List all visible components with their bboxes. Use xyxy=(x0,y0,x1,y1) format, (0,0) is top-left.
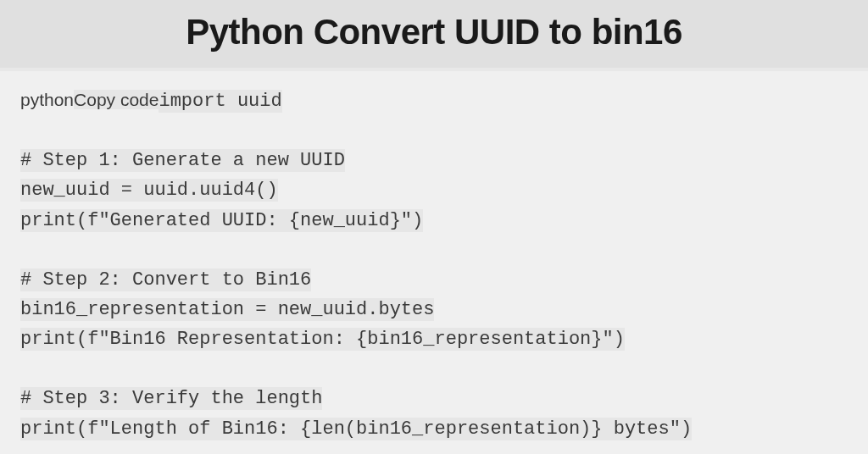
code-comment-3: # Step 3: Verify the length xyxy=(20,384,848,413)
blank-line xyxy=(20,235,848,265)
page-title: Python Convert UUID to bin16 xyxy=(0,12,868,53)
code-lang-label: python xyxy=(20,90,74,110)
code-comment-1: # Step 1: Generate a new UUID xyxy=(20,146,848,175)
code-comment-2: # Step 2: Convert to Bin16 xyxy=(20,265,848,295)
code-print-bin16: print(f"Bin16 Representation: {bin16_rep… xyxy=(20,324,848,354)
blank-line xyxy=(20,354,848,384)
code-import: import uuid xyxy=(159,86,281,116)
blank-line xyxy=(20,116,848,146)
code-first-line: python Copy code import uuid xyxy=(20,86,848,116)
copy-code-label: Copy code xyxy=(74,90,159,110)
header-banner: Python Convert UUID to bin16 xyxy=(0,0,868,68)
code-block: python Copy code import uuid # Step 1: G… xyxy=(0,71,868,454)
code-assign-bin16: bin16_representation = new_uuid.bytes xyxy=(20,295,848,324)
code-print-length: print(f"Length of Bin16: {len(bin16_repr… xyxy=(20,414,848,444)
code-assign-uuid: new_uuid = uuid.uuid4() xyxy=(20,175,848,205)
code-print-uuid: print(f"Generated UUID: {new_uuid}") xyxy=(20,206,848,235)
